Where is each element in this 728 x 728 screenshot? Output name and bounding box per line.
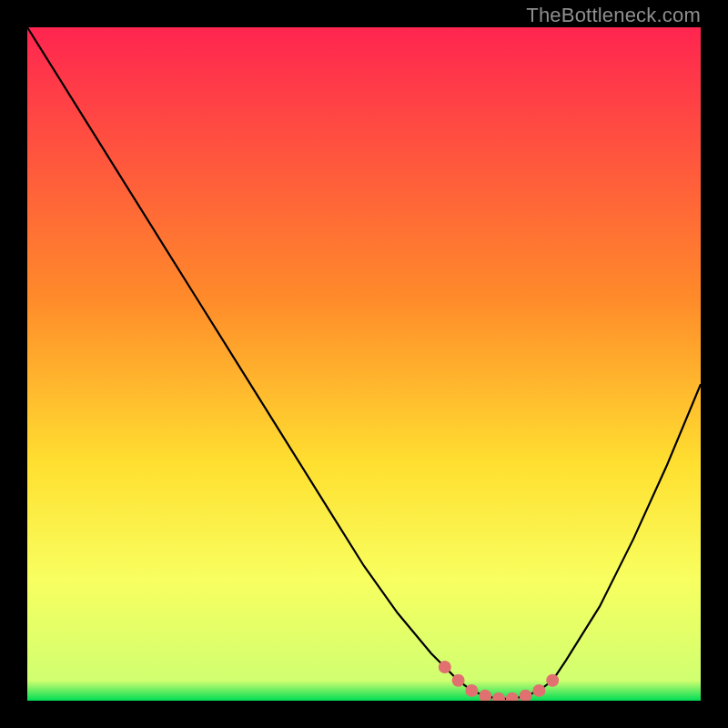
marker-dot <box>465 684 478 697</box>
gradient-background <box>27 27 701 701</box>
marker-dot <box>532 684 545 697</box>
chart-frame: TheBottleneck.com <box>0 0 728 728</box>
marker-dot <box>546 674 559 687</box>
plot-area <box>27 27 701 701</box>
chart-svg <box>27 27 701 701</box>
marker-dot <box>439 661 451 673</box>
marker-dot <box>452 674 465 687</box>
watermark-label: TheBottleneck.com <box>526 4 701 27</box>
